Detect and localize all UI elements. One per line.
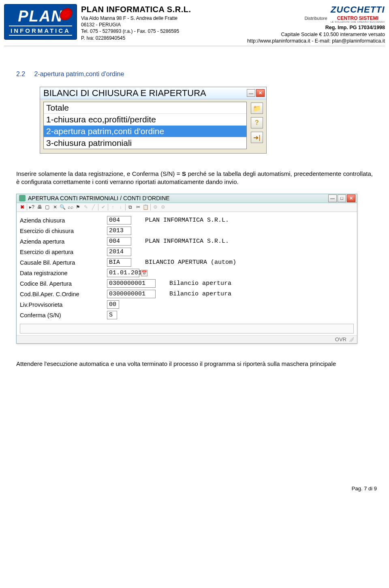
section-heading: 2.2 2-apertura patrim,conti d'ordine [16, 71, 385, 78]
copy-icon[interactable]: ⧉ [126, 203, 134, 211]
link2-icon[interactable]: ⚙ [159, 203, 167, 211]
line-icon[interactable]: ╱ [90, 203, 97, 211]
app-icon [19, 195, 26, 201]
page-header: PLAN INFORMATICA PLAN INFORMATICA S.R.L.… [4, 4, 385, 46]
window-bilanci: BILANCI DI CHIUSURA E RIAPERTURA — ✕ Tot… [40, 87, 267, 154]
cut-icon[interactable]: ✂ [134, 203, 142, 211]
window2-titlebar: APERTURA CONTI PATRIMONIALI / CONTI D'OR… [17, 194, 357, 203]
paragraph-1: Inserire solamente la data registrazione… [16, 170, 373, 186]
form-row: Esercizio di apertura2014 [20, 247, 354, 257]
form-input[interactable]: BIA [107, 258, 131, 267]
form-input[interactable]: S [107, 311, 117, 319]
exit-button[interactable]: ➜| [251, 132, 263, 143]
help-button[interactable]: ? [251, 117, 263, 128]
exit-icon: ➜| [253, 134, 260, 141]
form-row: Data registrazione01.01.2014📅 [20, 268, 354, 278]
form-label: Cod.Bil.Aper. C.Ordine [20, 291, 107, 297]
company-tel: Tel. 075 - 5279893 (r.a.) - Fax. 075 - 5… [81, 28, 203, 34]
minimize-button-2[interactable]: — [328, 195, 337, 202]
help-icon: ? [255, 119, 259, 126]
toolbar: ✖ ▸? 🖶 ▢ ✕ 🔍 ⌕⌕ ⚑ ✎ ╱ ✔ ↑ ↓ ⧉ ✂ 📋 ⚙ ⚙ [17, 203, 357, 212]
delete-icon[interactable]: ✖ [18, 203, 26, 211]
flag-icon[interactable]: ⚑ [74, 203, 82, 211]
form-row: Cod.Bil.Aper. C.Ordine0300000001Bilancio… [20, 289, 354, 299]
form-label: Codice Bil. Apertura [20, 280, 107, 287]
form-row: Azienda chiusura004PLAN INFORMATICA S.R.… [20, 215, 354, 226]
calendar-icon[interactable]: 📅 [141, 270, 147, 276]
form-area: Azienda chiusura004PLAN INFORMATICA S.R.… [17, 212, 357, 321]
search-icon[interactable]: 🔍 [59, 203, 66, 211]
binoculars-icon[interactable]: ⌕⌕ [66, 203, 74, 211]
form-input[interactable]: 0300000001 [107, 290, 156, 298]
form-label: Data registrazione [20, 270, 107, 276]
company-addr2: 06132 - PERUGIA [81, 21, 203, 28]
page-footer: Pag. 7 di 9 [4, 485, 385, 492]
folder-up-button[interactable]: 📁 [251, 103, 263, 114]
form-display: PLAN INFORMATICA S.R.L. [143, 216, 231, 224]
distributor-label: Distributore [304, 15, 327, 24]
company-piva: P. Iva: 02286940545 [81, 35, 203, 41]
centro-sistemi: CENTRO SISTEMI [331, 16, 385, 21]
form-label: Esercizio di apertura [20, 249, 107, 255]
para1-bold: S [182, 170, 186, 177]
maximize-button-2[interactable]: □ [338, 195, 346, 202]
window2-title: APERTURA CONTI PATRIMONIALI / CONTI D'OR… [28, 195, 327, 201]
edit-icon[interactable]: ✎ [82, 203, 90, 211]
check-icon[interactable]: ✔ [99, 203, 107, 211]
form-input[interactable]: 004 [107, 237, 131, 246]
window-titlebar: BILANCI DI CHIUSURA E RIAPERTURA — ✕ [40, 87, 266, 99]
print-icon[interactable]: 🖶 [36, 203, 43, 211]
list-item-chiusura-patrim[interactable]: 3-chiusura patrimoniali [44, 137, 246, 149]
help-pointer-icon[interactable]: ▸? [28, 203, 36, 211]
form-label: Azienda apertura [20, 238, 107, 245]
website-email: http://www.planinformatica.it - E-mail: … [247, 38, 385, 44]
form-input[interactable]: 0300000001 [107, 279, 156, 288]
list-item-chiusura-eco[interactable]: 1-chiusura eco,profitti/perdite [44, 114, 246, 126]
link1-icon[interactable]: ⚙ [152, 203, 159, 211]
form-label: Liv.Provvisorieta [20, 301, 107, 308]
form-display: Bilancio apertura [168, 290, 233, 298]
form-row: Codice Bil. Apertura0300000001Bilancio a… [20, 278, 354, 289]
logo: PLAN INFORMATICA [4, 4, 77, 40]
cancel-icon[interactable]: ✕ [51, 203, 59, 211]
close-button-2[interactable]: ✕ [347, 195, 355, 202]
status-ovr: OVR [335, 336, 346, 342]
arrow-down-icon[interactable]: ↓ [117, 203, 124, 211]
distributor-info: Distributore ZUCCHETTI CENTRO SISTEMI LE… [247, 4, 385, 44]
reg-imp: Reg. Imp. PG 17034/1998 [247, 24, 385, 31]
form-row: Azienda apertura004PLAN INFORMATICA S.R.… [20, 236, 354, 247]
form-label: Esercizio di chiusura [20, 228, 107, 234]
capitale: Capitale Sociale € 10.500 interamente ve… [247, 31, 385, 38]
new-doc-icon[interactable]: ▢ [43, 203, 51, 211]
resize-grip[interactable] [349, 337, 354, 342]
para1-text-a: Inserire solamente la data registrazione… [16, 170, 182, 177]
list-item-totale[interactable]: Totale [44, 102, 246, 114]
form-row: Conferma (S/N)S [20, 310, 354, 321]
minimize-button[interactable]: — [247, 89, 255, 97]
paste-icon[interactable]: 📋 [142, 203, 150, 211]
form-input[interactable]: 01.01.2014 [107, 269, 139, 277]
company-name: PLAN INFORMATICA S.R.L. [81, 4, 203, 15]
form-input[interactable]: 00 [107, 300, 119, 309]
folder-up-icon: 📁 [253, 105, 261, 112]
form-display: Bilancio apertura [168, 280, 233, 287]
close-button[interactable]: ✕ [256, 89, 265, 97]
window-title: BILANCI DI CHIUSURA E RIAPERTURA [43, 88, 246, 98]
form-input[interactable]: 004 [107, 216, 131, 225]
section-title: 2-apertura patrim,conti d'ordine [34, 71, 124, 77]
company-info: PLAN INFORMATICA S.R.L. Via Aldo Manna 9… [81, 4, 203, 41]
arrow-up-icon[interactable]: ↑ [109, 203, 117, 211]
form-input[interactable]: 2013 [107, 227, 131, 235]
list-item-apertura-patrim[interactable]: 2-apertura patrim,conti d'ordine [44, 126, 246, 137]
form-label: Causale Bil. Apertura [20, 259, 107, 266]
form-row: Liv.Provvisorieta00 [20, 299, 354, 310]
form-row: Causale Bil. AperturaBIABILANCIO APERTUR… [20, 257, 354, 268]
window-apertura: APERTURA CONTI PATRIMONIALI / CONTI D'OR… [16, 194, 357, 344]
paragraph-2: Attendere l'esecuzione automatica e una … [16, 360, 373, 368]
form-display: PLAN INFORMATICA S.R.L. [143, 237, 231, 245]
form-input[interactable]: 2014 [107, 248, 131, 256]
side-buttons: 📁 ? ➜| [251, 102, 263, 149]
form-label: Conferma (S/N) [20, 312, 107, 319]
status-bar: OVR [17, 335, 357, 343]
company-addr1: Via Aldo Manna 98 F - S. Andrea delle Fr… [81, 15, 203, 21]
